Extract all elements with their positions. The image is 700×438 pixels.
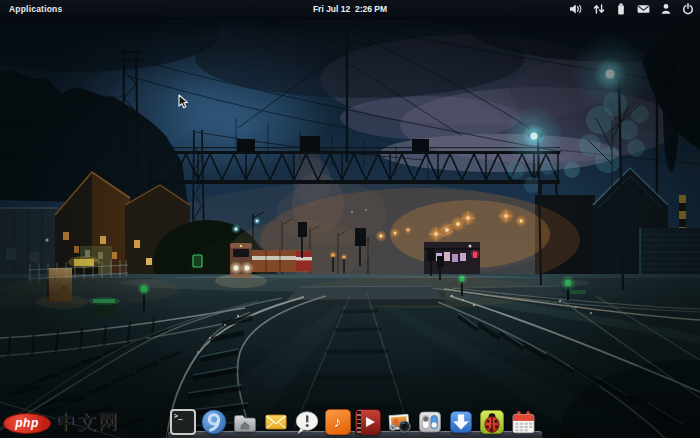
arrows-up-down-icon [593,3,605,15]
folder-icon [232,409,258,435]
watermark: php 中文网 [3,410,119,436]
mouse-cursor [178,94,192,110]
envelope-icon [637,3,650,15]
dock-item-music[interactable]: ♪ [325,409,351,435]
desktop[interactable]: Applications Fri Jul 12 2:26 PM [0,0,700,438]
dock-item-feedback[interactable] [294,409,320,435]
photos-icon [386,409,412,435]
music-note-glyph: ♪ [334,414,342,429]
download-arrow-icon [448,409,474,435]
power-icon [682,3,694,15]
dock-item-videos[interactable] [355,409,381,435]
power-indicator[interactable] [682,3,694,15]
dock-item-system-settings[interactable] [417,409,443,435]
applications-menu-button[interactable]: Applications [0,4,71,14]
dock-item-files[interactable] [232,409,258,435]
dock-items: >_ [170,409,536,435]
music-icon: ♪ [325,409,351,435]
user-icon [660,3,672,15]
speaker-icon [569,3,583,15]
battery-icon [615,3,627,15]
datetime-indicator[interactable]: Fri Jul 12 2:26 PM [313,4,387,14]
ladybug-icon [479,409,505,435]
volume-indicator[interactable] [569,3,583,15]
session-indicator[interactable] [660,3,672,15]
watermark-site-text: 中文网 [56,410,119,436]
settings-icon [417,409,443,435]
play-icon [366,417,375,427]
dock-item-photos[interactable] [386,409,412,435]
calendar-icon [510,409,536,435]
terminal-icon: >_ [170,409,196,435]
mail-icon [263,409,289,435]
film-strip [357,410,361,434]
php-logo: php [3,413,51,434]
top-panel: Applications Fri Jul 12 2:26 PM [0,0,700,17]
videos-icon [355,409,381,435]
terminal-prompt-glyph: >_ [174,412,182,420]
dock-item-web-browser[interactable] [201,409,227,435]
dock-item-terminal[interactable]: >_ [170,409,196,435]
dock-item-calendar[interactable] [510,409,536,435]
battery-indicator[interactable] [615,3,627,15]
dock-item-mail[interactable] [263,409,289,435]
mail-indicator[interactable] [637,3,650,15]
network-indicator[interactable] [593,3,605,15]
dock-item-software-update[interactable] [448,409,474,435]
desktop-wallpaper[interactable] [0,0,700,438]
speech-bubble-icon [294,409,320,435]
panel-indicators [569,0,700,17]
dock-item-bug-reporter[interactable] [479,409,505,435]
browser-icon [201,409,227,435]
